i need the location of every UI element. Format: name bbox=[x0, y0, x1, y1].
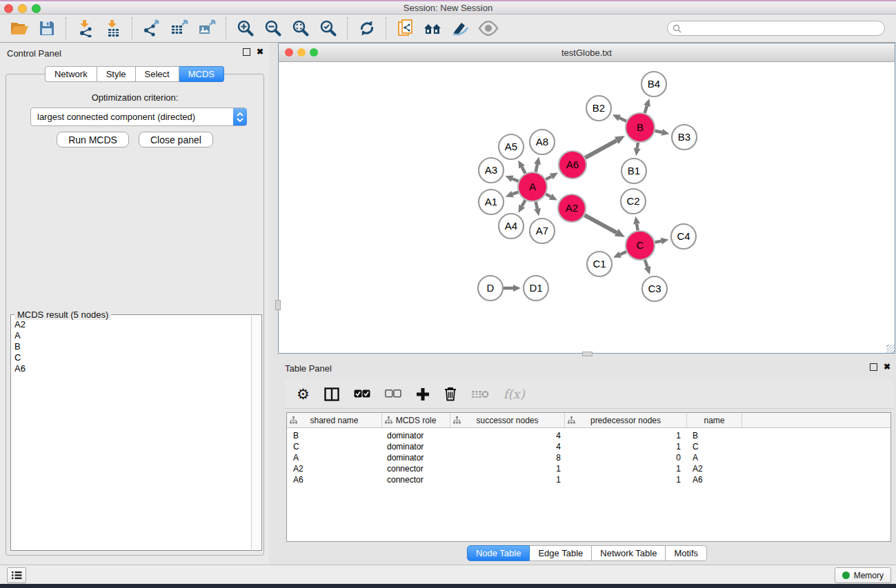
table-cell[interactable]: 1 bbox=[565, 464, 687, 474]
table-cell[interactable]: 0 bbox=[565, 453, 687, 463]
table-cell[interactable]: 1 bbox=[450, 464, 565, 474]
table-cell[interactable]: dominator bbox=[382, 442, 450, 452]
import-table-icon[interactable] bbox=[101, 17, 125, 39]
delete-table-icon[interactable] bbox=[471, 385, 489, 403]
graph-edge-A6-B[interactable] bbox=[585, 141, 616, 158]
tab-mcds[interactable]: MCDS bbox=[179, 66, 224, 82]
table-cell[interactable]: connector bbox=[382, 475, 450, 485]
table-cell[interactable]: 8 bbox=[450, 453, 565, 463]
zoom-selected-icon[interactable] bbox=[317, 17, 340, 39]
tab-node-table[interactable]: Node Table bbox=[467, 545, 530, 561]
table-cell[interactable]: 4 bbox=[450, 442, 565, 452]
table-row[interactable]: A6connector11A6 bbox=[287, 474, 890, 485]
table-row[interactable]: A2connector11A2 bbox=[287, 463, 890, 474]
open-session-icon[interactable] bbox=[8, 17, 31, 39]
export-image-icon[interactable] bbox=[195, 17, 219, 39]
float-panel-icon[interactable] bbox=[243, 48, 250, 56]
table-row[interactable]: Bdominator41B bbox=[287, 430, 890, 441]
search-input[interactable] bbox=[667, 21, 885, 36]
graph-edge-C-C3[interactable] bbox=[645, 260, 648, 267]
network-window-titlebar[interactable]: testGlobe.txt bbox=[279, 43, 895, 62]
table-cell[interactable]: 1 bbox=[450, 475, 565, 485]
add-column-icon[interactable] bbox=[416, 385, 430, 403]
table-cell[interactable]: A2 bbox=[687, 464, 742, 474]
table-row[interactable]: Adominator80A bbox=[287, 452, 890, 463]
hide-annotations-icon[interactable] bbox=[449, 17, 472, 39]
network-canvas[interactable]: AA6A2BCA1A3A4A5A7A8B1B2B3B4C1C2C3C4DD1 bbox=[279, 62, 895, 353]
graph-edge-A-A7[interactable] bbox=[536, 201, 537, 208]
table-row[interactable]: Cdominator41C bbox=[287, 441, 890, 452]
tab-motifs[interactable]: Motifs bbox=[666, 545, 707, 561]
table-cell[interactable]: B bbox=[687, 431, 742, 440]
deselect-all-icon[interactable] bbox=[385, 385, 401, 403]
float-table-panel-icon[interactable] bbox=[870, 363, 877, 371]
table-cell[interactable]: A2 bbox=[287, 464, 382, 474]
graph-edge-B-B4[interactable] bbox=[645, 105, 647, 113]
tab-style[interactable]: Style bbox=[97, 66, 136, 82]
table-cell[interactable]: C bbox=[687, 442, 742, 452]
table-cell[interactable]: 1 bbox=[565, 475, 687, 485]
table-cell[interactable]: A bbox=[687, 453, 742, 463]
graph-edge-B-B2[interactable] bbox=[619, 118, 626, 121]
graph-edge-A-A6[interactable] bbox=[546, 176, 551, 179]
import-network-icon[interactable] bbox=[74, 17, 97, 39]
tab-network[interactable]: Network bbox=[45, 66, 97, 82]
graph-edge-C-C2[interactable] bbox=[637, 224, 638, 231]
table-cell[interactable]: A6 bbox=[687, 475, 742, 485]
birds-eye-view-icon[interactable] bbox=[421, 17, 445, 39]
close-panel-button[interactable]: Close panel bbox=[139, 132, 213, 148]
mcds-result-item[interactable]: B bbox=[14, 341, 250, 352]
close-panel-icon[interactable]: ✖ bbox=[257, 48, 263, 56]
graph-edge-A2-C[interactable] bbox=[584, 215, 616, 232]
horizontal-split-handle[interactable] bbox=[582, 352, 593, 356]
graph-edge-C-C1[interactable] bbox=[620, 252, 626, 254]
graph-edge-A-A5[interactable] bbox=[522, 167, 526, 173]
graph-edge-B-B3[interactable] bbox=[655, 131, 661, 132]
graph-edge-A-A2[interactable] bbox=[546, 194, 550, 197]
memory-button[interactable]: Memory bbox=[835, 567, 891, 583]
close-table-panel-icon[interactable]: ✖ bbox=[884, 363, 890, 371]
table-cell[interactable]: dominator bbox=[382, 453, 450, 463]
column-header-name[interactable]: name bbox=[687, 413, 742, 427]
graph-edge-A-A1[interactable] bbox=[512, 192, 518, 194]
graph-edge-B-B1[interactable] bbox=[637, 143, 638, 149]
mcds-result-list[interactable]: A2ABCA6 bbox=[14, 319, 250, 549]
column-header-predecessor-nodes[interactable]: predecessor nodes bbox=[565, 413, 687, 427]
column-header-successor-nodes[interactable]: successor nodes bbox=[450, 413, 565, 427]
show-graphics-details-icon[interactable] bbox=[477, 17, 500, 39]
tab-select[interactable]: Select bbox=[136, 66, 179, 82]
table-cell[interactable]: 1 bbox=[565, 442, 687, 452]
mcds-result-item[interactable]: A6 bbox=[14, 363, 250, 374]
zoom-fit-icon[interactable] bbox=[289, 17, 312, 39]
node-table[interactable]: shared nameMCDS rolesuccessor nodesprede… bbox=[286, 412, 891, 542]
mcds-result-item[interactable]: A2 bbox=[14, 319, 250, 330]
export-table-icon[interactable] bbox=[168, 17, 191, 39]
select-all-icon[interactable] bbox=[354, 385, 370, 403]
mcds-result-item[interactable]: A bbox=[14, 330, 250, 341]
zoom-out-icon[interactable] bbox=[261, 17, 285, 39]
zoom-in-icon[interactable] bbox=[234, 17, 257, 39]
function-builder-icon[interactable]: f(x) bbox=[504, 385, 525, 403]
export-network-icon[interactable] bbox=[140, 17, 163, 39]
graph-edge-A-A8[interactable] bbox=[536, 164, 537, 172]
delete-column-icon[interactable] bbox=[444, 385, 457, 403]
refresh-view-icon[interactable] bbox=[355, 17, 379, 39]
split-columns-icon[interactable] bbox=[324, 385, 339, 403]
mcds-result-scrollbar[interactable] bbox=[251, 316, 261, 549]
save-session-icon[interactable] bbox=[35, 17, 59, 39]
table-cell[interactable]: dominator bbox=[382, 431, 450, 440]
graph-edge-C-C4[interactable] bbox=[655, 241, 661, 243]
column-header-shared-name[interactable]: shared name bbox=[287, 413, 382, 427]
new-network-icon[interactable] bbox=[394, 17, 417, 39]
table-cell[interactable]: 1 bbox=[565, 431, 687, 440]
tab-network-table[interactable]: Network Table bbox=[592, 545, 666, 561]
table-settings-icon[interactable]: ⚙ bbox=[297, 385, 310, 403]
split-pane-handle[interactable] bbox=[275, 300, 281, 310]
tab-edge-table[interactable]: Edge Table bbox=[530, 545, 592, 561]
run-mcds-button[interactable]: Run MCDS bbox=[57, 132, 129, 148]
status-menu-button[interactable] bbox=[7, 567, 26, 583]
table-cell[interactable]: B bbox=[287, 431, 382, 440]
column-header-MCDS-role[interactable]: MCDS role bbox=[382, 413, 450, 427]
graph-edge-A-A4[interactable] bbox=[522, 200, 526, 206]
criterion-dropdown[interactable]: largest connected component (directed) bbox=[30, 108, 247, 126]
